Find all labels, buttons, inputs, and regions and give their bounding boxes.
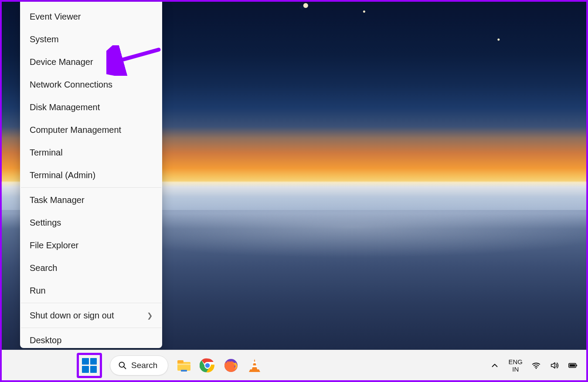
menu-separator <box>21 187 161 188</box>
menu-item-settings[interactable]: Settings <box>20 211 162 234</box>
tray-overflow-chevron-icon[interactable] <box>490 361 500 370</box>
language-indicator[interactable]: ENG IN <box>508 358 523 373</box>
menu-item-label: File Explorer <box>30 240 78 250</box>
menu-item-search[interactable]: Search <box>20 257 162 279</box>
wifi-icon[interactable] <box>531 361 541 370</box>
lang-line2: IN <box>508 365 523 373</box>
menu-item-file-explorer[interactable]: File Explorer <box>20 234 162 257</box>
menu-item-shutdown-signout[interactable]: Shut down or sign out ❯ <box>20 304 162 327</box>
menu-item-label: Desktop <box>30 335 61 345</box>
taskbar-search[interactable]: Search <box>110 355 168 375</box>
svg-rect-15 <box>570 364 575 367</box>
menu-item-label: System <box>30 34 59 44</box>
svg-point-9 <box>205 363 210 368</box>
taskbar-app-firefox[interactable] <box>223 358 239 373</box>
search-icon <box>118 361 127 370</box>
svg-rect-16 <box>576 365 577 366</box>
svg-rect-5 <box>177 364 190 365</box>
svg-line-2 <box>124 366 126 368</box>
menu-item-label: Terminal <box>30 148 63 158</box>
taskbar-app-vlc[interactable] <box>247 358 262 373</box>
menu-item-terminal[interactable]: Terminal <box>20 141 162 164</box>
menu-item-label: Event Viewer <box>30 12 81 22</box>
menu-item-task-manager[interactable]: Task Manager <box>20 189 162 211</box>
taskbar-center-group: Search <box>77 353 262 378</box>
menu-item-computer-management[interactable]: Computer Management <box>20 118 162 141</box>
taskbar: Search <box>2 350 586 380</box>
menu-item-label: Device Manager <box>30 57 93 67</box>
menu-item-label: Computer Management <box>30 125 121 135</box>
lang-line1: ENG <box>508 358 523 365</box>
menu-item-label: Settings <box>30 218 61 228</box>
svg-rect-12 <box>252 365 257 367</box>
menu-item-label: Task Manager <box>30 195 85 205</box>
menu-item-desktop[interactable]: Desktop <box>20 329 162 352</box>
start-button[interactable] <box>77 353 102 378</box>
firefox-icon <box>223 358 239 373</box>
menu-separator <box>21 303 161 303</box>
taskbar-app-file-explorer[interactable] <box>176 358 192 373</box>
file-explorer-icon <box>176 358 192 373</box>
screenshot-frame: Event Viewer System Device Manager Netwo… <box>0 0 588 382</box>
menu-item-label: Run <box>30 286 46 296</box>
vlc-cone-icon <box>247 358 262 373</box>
menu-item-event-viewer[interactable]: Event Viewer <box>20 5 162 28</box>
menu-item-system[interactable]: System <box>20 28 162 51</box>
menu-item-terminal-admin[interactable]: Terminal (Admin) <box>20 164 162 186</box>
chevron-right-icon: ❯ <box>147 311 153 320</box>
menu-item-label: Shut down or sign out <box>30 311 114 321</box>
menu-item-label: Search <box>30 263 57 273</box>
svg-rect-4 <box>177 360 184 363</box>
svg-point-13 <box>536 368 537 369</box>
menu-item-network-connections[interactable]: Network Connections <box>20 73 162 96</box>
menu-item-label: Network Connections <box>30 80 112 90</box>
winx-context-menu: Event Viewer System Device Manager Netwo… <box>20 2 162 348</box>
chrome-icon <box>200 358 215 373</box>
svg-rect-11 <box>252 362 257 363</box>
menu-item-disk-management[interactable]: Disk Management <box>20 96 162 118</box>
menu-item-label: Disk Management <box>30 102 100 112</box>
menu-separator <box>21 328 161 328</box>
battery-icon[interactable] <box>568 361 578 370</box>
volume-icon[interactable] <box>550 361 559 370</box>
svg-rect-6 <box>181 370 187 372</box>
search-label: Search <box>131 361 157 370</box>
menu-item-label: Terminal (Admin) <box>30 170 95 180</box>
menu-item-run[interactable]: Run <box>20 279 162 302</box>
taskbar-app-chrome[interactable] <box>200 358 215 373</box>
windows-logo-icon <box>82 358 97 373</box>
system-tray: ENG IN <box>490 358 578 373</box>
menu-item-device-manager[interactable]: Device Manager <box>20 51 162 73</box>
